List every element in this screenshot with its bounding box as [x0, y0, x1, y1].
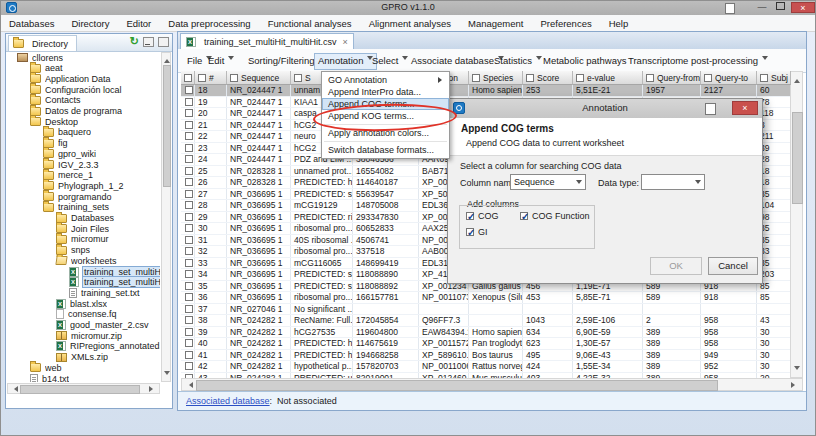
row-checkbox[interactable]: [185, 121, 193, 129]
row-checkbox[interactable]: [185, 201, 193, 209]
close-button[interactable]: ×: [791, 2, 815, 13]
row-checkbox[interactable]: [185, 155, 193, 163]
column-header-sequence[interactable]: Sequence: [227, 71, 291, 85]
tree-item-phylograph-1-2[interactable]: Phylograph_1_2: [7, 180, 160, 191]
row-checkbox[interactable]: [185, 316, 193, 324]
toolbar-item-edit[interactable]: Edit: [205, 53, 237, 68]
checkbox-icon[interactable]: [520, 212, 528, 220]
ok-button[interactable]: OK: [650, 257, 702, 275]
column-header-query-to[interactable]: Query-to: [701, 71, 757, 85]
column-name-select[interactable]: Sequence: [510, 174, 586, 190]
dialog-feature-icon[interactable]: [705, 103, 716, 115]
tree-item-training-sets[interactable]: training_sets: [7, 202, 160, 213]
dialog-close-button[interactable]: ×: [732, 101, 758, 115]
column-checkbox[interactable]: [704, 74, 712, 82]
checkbox-gi[interactable]: GI: [466, 227, 488, 237]
toolbar-item-statistics[interactable]: Statistics: [491, 53, 545, 68]
table-row[interactable]: 37NR_027046 1No significant ...: [181, 304, 791, 316]
toolbar-item-transcriptome-post-processing[interactable]: Transcriptome post-processing: [625, 53, 771, 68]
minimize-button[interactable]: —: [753, 2, 771, 13]
row-checkbox[interactable]: [185, 213, 193, 221]
tree-item-blast-xlsx[interactable]: blast.xlsx: [7, 298, 160, 309]
panel-maximize-icon[interactable]: [158, 37, 169, 47]
tree-vertical-scrollbar[interactable]: [161, 52, 171, 382]
tree-item-databases[interactable]: Databases: [7, 213, 160, 224]
row-checkbox[interactable]: [185, 293, 193, 301]
tree-item-fig[interactable]: fig: [7, 138, 160, 149]
tree-item-ripregions-annotated-csv[interactable]: RIPregions_annotated.csv: [7, 341, 160, 352]
window-feature-icon[interactable]: [723, 2, 735, 13]
tree-item-b14-txt[interactable]: b14.txt: [7, 373, 160, 382]
tree-item-micromur[interactable]: micromur: [7, 234, 160, 245]
row-checkbox[interactable]: [185, 362, 193, 370]
tree-item-merce-1[interactable]: merce_1: [7, 170, 160, 181]
menubar-item-functional-analyses[interactable]: Functional analyses: [268, 18, 352, 29]
row-checkbox[interactable]: [185, 86, 193, 94]
toolbar-item-annotation[interactable]: Annotation: [314, 53, 377, 70]
column-checkbox[interactable]: [760, 74, 768, 82]
tab-close-icon[interactable]: ×: [343, 37, 348, 47]
column-checkbox[interactable]: [526, 74, 534, 82]
column-checkbox[interactable]: [198, 74, 206, 82]
menu-item-append-interpro-data[interactable]: Append InterPro data...: [322, 86, 449, 98]
row-checkbox[interactable]: [185, 259, 193, 267]
tree-item-desktop[interactable]: Desktop: [7, 116, 160, 127]
data-type-select[interactable]: [641, 174, 705, 190]
row-checkbox[interactable]: [185, 282, 193, 290]
menubar-item-preferences[interactable]: Preferences: [540, 18, 591, 29]
cancel-button[interactable]: Cancel: [708, 257, 758, 275]
row-checkbox[interactable]: [185, 270, 193, 278]
tree-horizontal-scrollbar[interactable]: [7, 383, 160, 394]
table-horizontal-scrollbar[interactable]: [181, 378, 803, 391]
checkbox-icon[interactable]: [466, 228, 474, 236]
column-header-species[interactable]: Species: [469, 71, 523, 85]
menubar-item-directory[interactable]: Directory: [71, 18, 109, 29]
row-checkbox[interactable]: [185, 109, 193, 117]
table-row[interactable]: 18NR_024447 1unnamHomo sapiens2535,51E-2…: [181, 85, 791, 97]
checkbox-icon[interactable]: [466, 212, 474, 220]
table-row[interactable]: 39NR_024282 1hCG27535119604800EAW84394.1…: [181, 327, 791, 339]
tree-item-igv-2-3-3[interactable]: IGV_2.3.3: [7, 159, 160, 170]
checkbox-cog-function[interactable]: COG Function: [520, 211, 590, 221]
row-checkbox[interactable]: [185, 144, 193, 152]
table-row[interactable]: 36NR_036695 1ribosomal pro...166157781NP…: [181, 292, 791, 304]
row-checkbox[interactable]: [185, 178, 193, 186]
tab-training-set-csv[interactable]: training_set_multiHit_multiHit.csv ×: [180, 33, 354, 50]
table-row[interactable]: 38NR_024282 1RecName: Full...172045854Q9…: [181, 315, 791, 327]
row-checkbox[interactable]: [185, 305, 193, 313]
associated-database-link[interactable]: Associated database: [186, 396, 270, 406]
tree-item-training-set-txt[interactable]: training_set.txt: [7, 287, 160, 298]
column-checkbox[interactable]: [576, 74, 584, 82]
tree-item-web[interactable]: web: [7, 362, 160, 373]
column-checkbox[interactable]: [294, 74, 302, 82]
menubar-item-editor[interactable]: Editor: [126, 18, 151, 29]
column-header-subj[interactable]: Subj: [757, 71, 791, 85]
row-checkbox[interactable]: [185, 236, 193, 244]
toolbar-item-metabolic-pathways[interactable]: Metabolic pathways: [540, 53, 629, 68]
tree-item-micromur-zip[interactable]: micromur.zip: [7, 330, 160, 341]
row-checkbox[interactable]: [185, 328, 193, 336]
menubar-item-data-preprocessing[interactable]: Data preprocessing: [168, 18, 250, 29]
column-header-query-from[interactable]: Query-from: [643, 71, 701, 85]
row-checkbox[interactable]: [185, 167, 193, 175]
menubar-item-databases[interactable]: Databases: [9, 18, 54, 29]
refresh-icon[interactable]: ↻: [130, 35, 139, 48]
row-checkbox[interactable]: [185, 98, 193, 106]
tree-item-training-set-multihit-cs[interactable]: training_set_multiHit.cs: [7, 277, 160, 288]
tab-directory[interactable]: Directory: [8, 35, 77, 51]
table-vertical-scrollbar[interactable]: [790, 71, 803, 378]
table-row[interactable]: 40NR_024282 1PREDICTED: h...114675619XP_…: [181, 338, 791, 350]
column-checkbox[interactable]: [230, 74, 238, 82]
column-checkbox[interactable]: [472, 74, 480, 82]
column-header-col0[interactable]: [181, 71, 195, 85]
menubar-item-help[interactable]: Help: [609, 18, 629, 29]
column-checkbox[interactable]: [646, 74, 654, 82]
menu-item-go-annotation[interactable]: GO Annotation: [322, 74, 449, 86]
row-checkbox[interactable]: [185, 351, 193, 359]
row-checkbox[interactable]: [185, 132, 193, 140]
tree-item-porgramando[interactable]: porgramando: [7, 191, 160, 202]
column-header-e-value[interactable]: e-value: [573, 71, 643, 85]
column-checkbox[interactable]: [184, 74, 192, 82]
tree-item-gpro-wiki[interactable]: gpro_wiki: [7, 148, 160, 159]
row-checkbox[interactable]: [185, 190, 193, 198]
